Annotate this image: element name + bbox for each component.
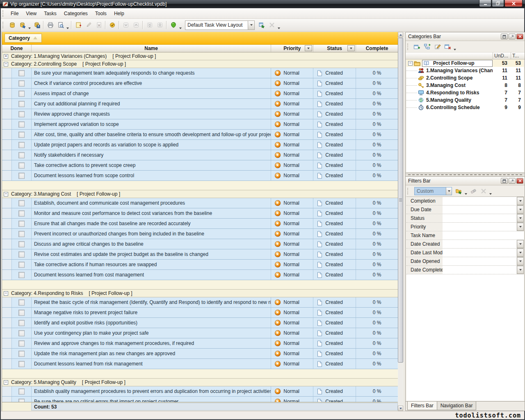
- minimize-button[interactable]: [479, 0, 491, 7]
- task-done-checkbox[interactable]: [18, 210, 25, 217]
- task-row[interactable]: Document lessons learned from cost manag…: [2, 270, 398, 280]
- collapse-icon[interactable]: −: [408, 61, 413, 66]
- task-row[interactable]: Assess impact of changeNormalCreated0 %: [2, 89, 398, 99]
- categories-restore-icon[interactable]: [501, 34, 508, 39]
- task-done-checkbox[interactable]: [18, 221, 25, 227]
- category-group-row-category-4-responding-to-risks[interactable]: −Category: 4.Responding to Risks[ Projec…: [2, 290, 398, 297]
- reminder-icon[interactable]: [168, 21, 178, 30]
- print-icon[interactable]: [45, 21, 55, 30]
- category-group-row-category-3-managing-cost[interactable]: −Category: 3.Managing Cost[ Project Foll…: [2, 190, 398, 198]
- category-group-row-category-1-managing-variances-changes[interactable]: +Category: 1.Managing Variances (Changes…: [2, 52, 398, 60]
- open-database-icon[interactable]: [17, 21, 27, 30]
- task-list-scrollbar[interactable]: [398, 32, 403, 411]
- layout-overflow-icon[interactable]: [277, 20, 281, 31]
- task-row[interactable]: Repeat the basic cycle of risk managemen…: [2, 297, 398, 308]
- task-row[interactable]: Check if variance control procedures are…: [2, 78, 398, 89]
- task-done-checkbox[interactable]: [18, 262, 25, 268]
- tree-item-5-managing-quality[interactable]: 5.Managing Quality77: [406, 96, 524, 104]
- filter-dropdown-icon[interactable]: [517, 240, 524, 248]
- apply-layout-icon[interactable]: [256, 21, 267, 30]
- task-row[interactable]: Carry out additional planning if require…: [2, 99, 398, 109]
- task-row[interactable]: Be sure there are no critical errors tha…: [2, 397, 398, 402]
- category-group-row-category-2-controlling-scope[interactable]: −Category: 2.Controlling Scope[ Project …: [2, 60, 398, 68]
- print-dropdown-icon[interactable]: [66, 20, 70, 31]
- column-header-complete[interactable]: Complete: [356, 45, 398, 52]
- task-row[interactable]: Document lessons learned from scope cont…: [2, 171, 398, 181]
- filter-dropdown-icon[interactable]: [517, 223, 524, 231]
- tree-item-4-responding-to-risks[interactable]: 4.Responding to Risks77: [406, 89, 524, 96]
- new-task-icon[interactable]: [73, 21, 83, 30]
- column-header-name[interactable]: Name: [32, 45, 271, 52]
- task-row[interactable]: Monitor and measure cost performance to …: [2, 208, 398, 219]
- filter-value[interactable]: [443, 249, 517, 257]
- task-row[interactable]: Use your contingency plan to make your p…: [2, 328, 398, 338]
- toolbar-overflow-icon[interactable]: [178, 20, 183, 31]
- layout-combo-dropdown-icon[interactable]: [248, 21, 254, 30]
- expand-icon[interactable]: +: [4, 54, 8, 59]
- task-row[interactable]: Document lessons learned from risk manag…: [2, 359, 398, 369]
- priority-filter-dropdown-icon[interactable]: [305, 45, 312, 51]
- total-column-header[interactable]: T...: [511, 52, 525, 59]
- add-category-icon[interactable]: [412, 42, 422, 51]
- group-by-category-chip[interactable]: Category: [5, 34, 42, 43]
- task-row[interactable]: Notify stakeholders if necessaryNormalCr…: [2, 150, 398, 160]
- open-database-dropdown-icon[interactable]: [27, 20, 32, 31]
- filter-preset-dropdown-icon[interactable]: [446, 187, 452, 195]
- save-database-icon[interactable]: [32, 21, 42, 30]
- filter-dropdown-icon[interactable]: [517, 249, 524, 257]
- task-done-checkbox[interactable]: [18, 80, 25, 87]
- task-done-checkbox[interactable]: [18, 200, 25, 206]
- filter-value[interactable]: [443, 214, 517, 222]
- filter-dropdown-icon[interactable]: [517, 214, 524, 222]
- category-group-row-category-5-managing-quality[interactable]: −Category: 5.Managing Quality[ Project F…: [2, 379, 398, 386]
- task-done-checkbox[interactable]: [18, 351, 25, 357]
- layout-combo[interactable]: Default Task View Layout: [185, 21, 255, 30]
- collapse-icon[interactable]: −: [4, 62, 8, 66]
- filters-restore-icon[interactable]: [501, 178, 508, 184]
- tree-item-1-managing-variances-chan[interactable]: 1.Managing Variances (Chan1111: [406, 67, 524, 74]
- categories-toolbar-overflow-icon[interactable]: [453, 41, 457, 52]
- task-row[interactable]: Establish, document and communicate cost…: [2, 198, 398, 208]
- undone-column-header[interactable]: UnD...: [493, 52, 511, 59]
- task-row[interactable]: Review approved change requestsNormalCre…: [2, 109, 398, 119]
- task-done-checkbox[interactable]: [18, 101, 25, 107]
- filter-value[interactable]: [443, 205, 517, 214]
- filter-value[interactable]: [443, 223, 517, 231]
- menu-tools[interactable]: Tools: [91, 9, 110, 18]
- task-done-checkbox[interactable]: [18, 330, 25, 336]
- task-row[interactable]: Alter cost, time, quality and other base…: [2, 130, 398, 140]
- task-done-checkbox[interactable]: [18, 251, 25, 258]
- task-done-checkbox[interactable]: [18, 320, 25, 326]
- close-button[interactable]: [504, 0, 523, 7]
- filters-close-icon[interactable]: [516, 178, 523, 184]
- menu-file[interactable]: File: [7, 9, 22, 18]
- restore-button[interactable]: [492, 0, 504, 7]
- task-row[interactable]: Prevent incorrect or unauthorized change…: [2, 229, 398, 239]
- apply-filter-dropdown-icon[interactable]: [464, 185, 468, 196]
- task-row[interactable]: Manage negative risks to prevent project…: [2, 308, 398, 318]
- apply-filter-icon[interactable]: [454, 186, 464, 196]
- scroll-up-icon[interactable]: [398, 32, 403, 37]
- task-row[interactable]: Be sure your management team adequately …: [2, 68, 398, 78]
- new-database-icon[interactable]: [7, 21, 17, 30]
- task-done-checkbox[interactable]: [18, 142, 25, 148]
- task-done-checkbox[interactable]: [18, 173, 25, 179]
- task-row[interactable]: Discuss and agree critical changes to th…: [2, 239, 398, 249]
- task-row[interactable]: Identify and exploit positive risks (opp…: [2, 318, 398, 328]
- task-row[interactable]: Take corrective actions to prevent scope…: [2, 160, 398, 171]
- task-row[interactable]: Review and approve changes to risk manag…: [2, 338, 398, 349]
- filter-value[interactable]: [443, 197, 517, 205]
- add-subcategory-icon[interactable]: [422, 42, 432, 51]
- task-done-checkbox[interactable]: [18, 361, 25, 367]
- task-done-checkbox[interactable]: [18, 91, 25, 97]
- task-done-checkbox[interactable]: [18, 399, 25, 402]
- scroll-down-icon[interactable]: [398, 406, 403, 411]
- task-done-checkbox[interactable]: [18, 310, 25, 316]
- task-row[interactable]: Take corrective actions if human resourc…: [2, 260, 398, 270]
- filters-toolbar-overflow-icon[interactable]: [488, 185, 493, 196]
- tab-navigation-bar[interactable]: Navigation Bar: [437, 402, 477, 410]
- task-done-checkbox[interactable]: [18, 388, 25, 395]
- tree-item-6-controlling-schedule[interactable]: 6.Controlling Schedule99: [406, 104, 524, 111]
- column-header-priority[interactable]: Priority: [271, 45, 313, 52]
- task-done-checkbox[interactable]: [18, 132, 25, 138]
